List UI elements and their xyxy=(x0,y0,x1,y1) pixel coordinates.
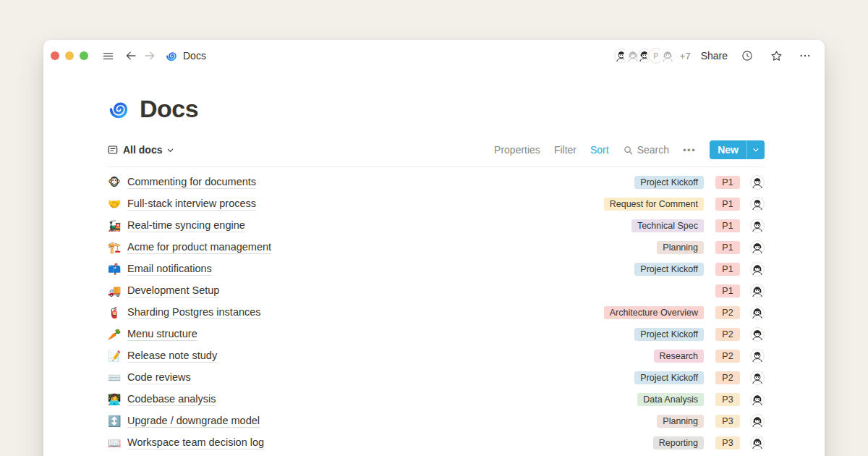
doc-title-link[interactable]: Code reviews xyxy=(127,371,191,384)
doc-type-tag: Request for Comment xyxy=(604,198,704,211)
chevron-down-icon xyxy=(166,146,174,154)
new-button-label: New xyxy=(710,140,746,159)
filter-button[interactable]: Filter xyxy=(554,144,576,156)
doc-emoji-icon: 📖 xyxy=(107,438,122,449)
doc-title-link[interactable]: Release note study xyxy=(127,350,217,363)
list-item[interactable]: ↕️ Upgrade / downgrade model Planning P3 xyxy=(107,410,765,432)
doc-title-link[interactable]: Email notifications xyxy=(127,263,212,276)
new-button[interactable]: New xyxy=(710,140,765,159)
app-window: Docs P +7 Share Docs xyxy=(43,40,825,456)
list-item[interactable]: 🧯 Sharding Postgres instances Architectu… xyxy=(107,302,765,324)
window-more-button[interactable] xyxy=(796,46,814,65)
doc-type-tag: Data Analysis xyxy=(637,393,704,406)
priority-badge: P2 xyxy=(715,371,740,384)
list-item[interactable]: 📫 Email notifications Project Kickoff P1 xyxy=(107,258,765,280)
back-button[interactable] xyxy=(122,46,140,65)
doc-title-link[interactable]: Development Setup xyxy=(127,284,219,297)
close-window-button[interactable] xyxy=(51,51,59,60)
window-title: Docs xyxy=(183,50,206,62)
view-selector-label: All docs xyxy=(123,144,162,156)
properties-button[interactable]: Properties xyxy=(494,144,540,156)
collaborator-avatar-stack[interactable]: P xyxy=(613,48,676,64)
list-item[interactable]: 🚂 Real-time syncing engine Technical Spe… xyxy=(107,215,765,237)
search-icon xyxy=(623,145,634,156)
doc-emoji-icon: 🏗️ xyxy=(107,242,122,253)
minimize-window-button[interactable] xyxy=(65,51,74,60)
doc-type-tag: Technical Spec xyxy=(631,219,704,232)
search-button-label: Search xyxy=(637,144,669,156)
arrow-left-icon xyxy=(124,49,137,62)
doc-type-tag: Planning xyxy=(657,241,704,254)
favorite-button[interactable] xyxy=(767,46,786,65)
priority-badge: P1 xyxy=(715,176,740,189)
avatar-overflow-count: +7 xyxy=(680,51,691,62)
doc-title-link[interactable]: Sharding Postgres instances xyxy=(127,306,261,319)
doc-type-tag: Project Kickoff xyxy=(634,328,704,341)
assignee-avatar xyxy=(750,305,765,320)
doc-title-link[interactable]: Upgrade / downgrade model xyxy=(127,415,260,428)
priority-badge: P3 xyxy=(715,436,740,449)
clock-icon xyxy=(741,49,754,62)
toolbar-divider xyxy=(107,166,765,167)
doc-type-tag: Project Kickoff xyxy=(634,263,704,276)
priority-badge: P2 xyxy=(715,306,740,319)
doc-title-link[interactable]: Commenting for documents xyxy=(127,176,256,189)
assignee-avatar xyxy=(750,371,765,385)
priority-badge: P1 xyxy=(715,284,740,297)
doc-title-link[interactable]: Full-stack interview process xyxy=(127,198,256,211)
list-item[interactable]: 🥕 Menu structure Project Kickoff P2 xyxy=(107,324,765,345)
new-dropdown-chevron[interactable] xyxy=(747,140,765,159)
collaborator-avatar[interactable] xyxy=(660,48,676,64)
list-item[interactable]: 🐵 Commenting for documents Project Kicko… xyxy=(107,172,765,193)
doc-emoji-icon: 🐵 xyxy=(107,177,122,188)
doc-title-link[interactable]: Workspace team decision log xyxy=(127,436,264,449)
list-item[interactable]: 📖 Workspace team decision log Reporting … xyxy=(107,432,765,454)
doc-title-link[interactable]: Real-time syncing engine xyxy=(127,219,245,232)
collaborator-avatar[interactable] xyxy=(625,48,641,64)
hamburger-icon xyxy=(102,50,114,62)
view-selector[interactable]: All docs xyxy=(107,144,174,156)
assignee-avatar xyxy=(750,262,765,276)
doc-title-link[interactable]: Acme for product management xyxy=(127,241,271,254)
forward-button[interactable] xyxy=(140,46,159,65)
doc-title-link[interactable]: Menu structure xyxy=(127,328,197,341)
share-button[interactable]: Share xyxy=(701,50,728,62)
sort-button[interactable]: Sort xyxy=(590,144,609,156)
sidebar-menu-button[interactable] xyxy=(98,46,117,65)
list-item[interactable]: 🚚 Development Setup P1 xyxy=(107,280,765,302)
assignee-avatar xyxy=(750,240,765,255)
doc-type-tag: Research xyxy=(654,350,705,363)
updates-button[interactable] xyxy=(738,46,757,65)
doc-type-tag: Project Kickoff xyxy=(634,176,704,189)
priority-badge: P3 xyxy=(715,415,740,428)
doc-emoji-icon: 🚚 xyxy=(107,286,122,297)
doc-type-tag: Project Kickoff xyxy=(634,371,704,384)
doc-emoji-icon: 🚂 xyxy=(107,221,122,232)
doc-emoji-icon: 🧯 xyxy=(107,308,122,318)
list-view-icon xyxy=(107,144,119,156)
list-item[interactable]: ⌨️ Code reviews Project Kickoff P2 xyxy=(107,367,765,389)
list-item[interactable]: 🤝 Full-stack interview process Request f… xyxy=(107,193,765,215)
docs-spiral-logo-large xyxy=(107,97,130,122)
list-item[interactable]: 📝 Release note study Research P2 xyxy=(107,345,765,367)
assignee-avatar xyxy=(750,284,765,298)
assignee-avatar xyxy=(750,197,765,211)
priority-badge: P1 xyxy=(715,198,740,211)
priority-badge: P1 xyxy=(715,241,740,254)
arrow-right-icon xyxy=(143,49,156,62)
assignee-avatar xyxy=(750,436,765,450)
assignee-avatar xyxy=(750,392,765,407)
list-item[interactable]: 👩‍💻 Codebase analysis Data Analysis P3 xyxy=(107,389,765,410)
priority-badge: P2 xyxy=(715,350,740,363)
view-more-button[interactable]: ••• xyxy=(683,145,696,156)
priority-badge: P1 xyxy=(715,263,740,276)
doc-title-link[interactable]: Codebase analysis xyxy=(127,393,216,406)
doc-emoji-icon: ↕️ xyxy=(107,416,122,427)
zoom-window-button[interactable] xyxy=(80,51,88,60)
docs-spiral-logo-small xyxy=(165,49,178,63)
page-header: Docs xyxy=(107,95,765,123)
list-item[interactable]: 🏗️ Acme for product management Planning … xyxy=(107,237,765,258)
priority-badge: P3 xyxy=(715,393,740,406)
view-toolbar: All docs Properties Filter Sort Search •… xyxy=(107,140,765,159)
search-button[interactable]: Search xyxy=(623,144,669,156)
